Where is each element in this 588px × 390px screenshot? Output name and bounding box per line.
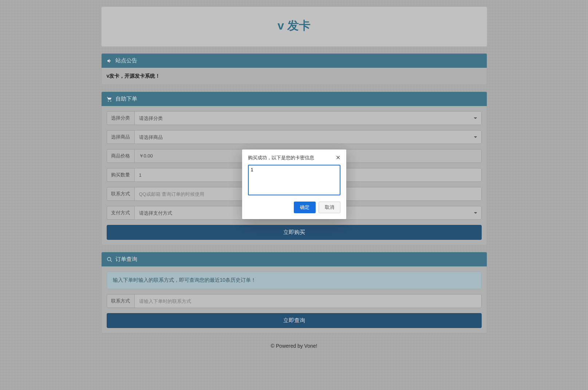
select-product[interactable]: 请选择商品 — [134, 130, 482, 144]
footer-text: © Powered by Vone! — [101, 340, 487, 349]
select-category[interactable]: 请选择分类 — [134, 111, 482, 125]
hero-banner: v 发卡 — [101, 7, 487, 47]
row-query-contact: 联系方式 — [107, 294, 482, 308]
label-price: 商品价格 — [107, 149, 134, 163]
modal-title: 购买成功，以下是您的卡密信息 — [248, 155, 314, 161]
panel-query-title: 订单查询 — [115, 256, 137, 263]
panel-query-header: 订单查询 — [102, 252, 487, 266]
label-category: 选择分类 — [107, 111, 134, 125]
modal-textarea[interactable] — [248, 165, 340, 195]
label-contact: 联系方式 — [107, 187, 134, 201]
volume-icon — [107, 58, 113, 64]
panel-order-header: 自助下单 — [102, 92, 487, 106]
row-product: 选择商品 请选择商品 — [107, 130, 482, 144]
query-button[interactable]: 立即查询 — [107, 313, 482, 328]
modal-ok-button[interactable]: 确定 — [294, 202, 316, 213]
row-category: 选择分类 请选择分类 — [107, 111, 482, 125]
query-tip: 输入下单时输入的联系方式，即可查询您的最近10条历史订单！ — [107, 272, 482, 289]
cart-icon — [107, 96, 113, 102]
label-query-contact: 联系方式 — [107, 294, 134, 308]
page-title: v 发卡 — [102, 18, 487, 34]
label-product: 选择商品 — [107, 130, 134, 144]
close-icon[interactable]: ✕ — [336, 155, 340, 161]
buy-button[interactable]: 立即购买 — [107, 225, 482, 240]
modal-dialog: 购买成功，以下是您的卡密信息 ✕ 确定 取消 — [242, 149, 346, 219]
modal-cancel-button[interactable]: 取消 — [319, 202, 340, 213]
announcement-text: v发卡，开源发卡系统！ — [107, 73, 482, 79]
panel-announcement-title: 站点公告 — [115, 57, 137, 64]
label-quantity: 购买数量 — [107, 168, 134, 182]
panel-announcement-header: 站点公告 — [102, 54, 487, 68]
label-payment: 支付方式 — [107, 206, 134, 220]
search-icon — [107, 257, 113, 262]
input-query-contact[interactable] — [134, 294, 482, 308]
panel-query: 订单查询 输入下单时输入的联系方式，即可查询您的最近10条历史订单！ 联系方式 … — [101, 252, 487, 334]
panel-order-title: 自助下单 — [115, 95, 137, 102]
panel-announcement: 站点公告 v发卡，开源发卡系统！ — [101, 53, 487, 85]
